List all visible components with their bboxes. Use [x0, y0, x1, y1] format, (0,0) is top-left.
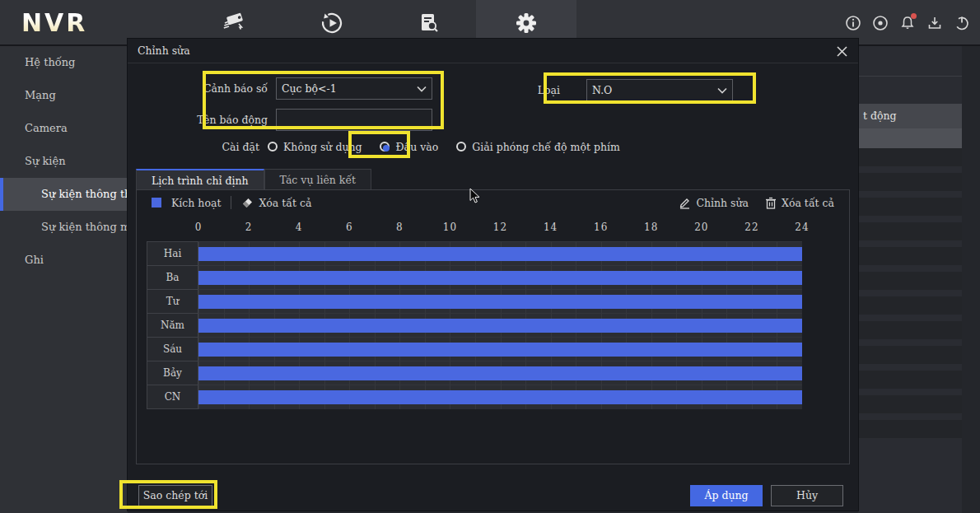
schedule-row: CN: [147, 385, 802, 409]
erase-all-button[interactable]: Xóa tất cả: [241, 197, 311, 209]
delete-all-button[interactable]: Xóa tất cả: [765, 197, 834, 209]
hour-tick-label: 16: [594, 222, 608, 233]
schedule-rows: HaiBaTưNămSáuBảyCN: [147, 241, 802, 409]
dialog-tabs: Lịch trình chỉ định Tác vụ liên kết: [136, 169, 371, 189]
active-legend-swatch: [152, 198, 161, 208]
hour-tick-label: 8: [396, 222, 404, 233]
radio-circle-icon[interactable]: [380, 142, 390, 152]
radio-option-label: Không sử dụng: [283, 141, 362, 153]
table-selected-row[interactable]: [858, 128, 962, 148]
copy-to-button[interactable]: Sao chép tới: [138, 485, 212, 506]
sidebar-item[interactable]: Camera: [0, 112, 128, 145]
apply-button[interactable]: Áp dụng: [690, 485, 763, 506]
schedule-bar[interactable]: [198, 271, 802, 285]
sidebar-item[interactable]: Sự kiện thông thường: [0, 178, 128, 211]
sidebar-item[interactable]: Ghi: [0, 244, 128, 277]
playback-icon: [319, 10, 345, 36]
chevron-down-icon: [717, 87, 727, 94]
panel-gutter: [962, 46, 980, 513]
alarm-number-label: Cảnh báo số: [177, 77, 268, 100]
day-label: Hai: [147, 241, 198, 266]
sidebar-item[interactable]: Mạng: [0, 79, 128, 112]
hour-tick-label: 2: [245, 222, 253, 233]
alarm-name-input[interactable]: [276, 109, 432, 131]
schedule-track[interactable]: [198, 241, 802, 266]
table-row: [858, 222, 962, 240]
schedule-toolbar: Kích hoạt Xóa tất cả: [137, 190, 849, 215]
table-row: [858, 395, 962, 413]
schedule-track[interactable]: [198, 361, 802, 385]
schedule-bar[interactable]: [198, 295, 802, 309]
schedule-track[interactable]: [198, 337, 802, 361]
active-legend-label: Kích hoạt: [171, 197, 221, 209]
table-header: t động: [858, 104, 962, 128]
schedule-row: Hai: [147, 242, 802, 266]
schedule-track[interactable]: [198, 313, 802, 338]
hour-tick-label: 12: [493, 222, 507, 233]
setting-radio-group: Không sử dụngĐầu vàoGiải phóng chế độ mộ…: [268, 134, 620, 159]
schedule-bar[interactable]: [198, 390, 802, 404]
tab-schedule[interactable]: Lịch trình chỉ định: [136, 169, 264, 189]
schedule-row: Tư: [147, 290, 802, 314]
schedule-track[interactable]: [198, 289, 802, 314]
table-row: [858, 272, 962, 290]
schedule-bar[interactable]: [198, 366, 802, 380]
sidebar-item-label: Sự kiện: [25, 155, 66, 167]
sidebar-item-label: Hệ thống: [25, 56, 75, 68]
info-icon[interactable]: [843, 13, 863, 33]
day-label: CN: [147, 385, 198, 409]
record-icon[interactable]: [870, 13, 890, 33]
sidebar-item-label: Ghi: [25, 254, 44, 266]
edit-schedule-button[interactable]: Chỉnh sửa: [679, 197, 749, 209]
schedule-panel: Kích hoạt Xóa tất cả: [136, 189, 850, 464]
table-row: [858, 198, 962, 216]
sidebar-item-label: Camera: [25, 122, 68, 134]
sidebar-item-label: Sự kiện thông minh: [41, 221, 128, 233]
tab-linked-tasks[interactable]: Tác vụ liên kết: [264, 169, 372, 189]
setting-label: Cài đặt: [194, 136, 259, 158]
day-label: Ba: [147, 265, 198, 290]
delete-all-label: Xóa tất cả: [782, 197, 834, 209]
radio-circle-icon[interactable]: [456, 142, 466, 152]
gear-icon: [513, 10, 539, 36]
nvr-app: NVR: [0, 0, 980, 513]
schedule-bar[interactable]: [198, 319, 802, 333]
sidebar-item[interactable]: Sự kiện thông minh: [0, 211, 128, 244]
download-icon[interactable]: [925, 13, 945, 33]
hour-tick-label: 24: [795, 222, 809, 233]
radio-option[interactable]: Đầu vào: [380, 141, 438, 153]
cctv-camera-icon: [221, 9, 249, 37]
alarm-number-value: Cục bộ<-1: [282, 82, 417, 95]
background-content-panel: t động: [858, 46, 980, 513]
alarm-bell-icon[interactable]: [898, 13, 917, 33]
radio-option[interactable]: Không sử dụng: [268, 141, 362, 153]
cancel-button[interactable]: Hủy: [771, 485, 843, 506]
sidebar-item[interactable]: Hệ thống: [0, 46, 128, 79]
alarm-name-label: Tên báo động: [169, 109, 268, 131]
schedule-row: Sáu: [147, 338, 802, 361]
type-select[interactable]: N.O: [586, 79, 733, 101]
sidebar-item[interactable]: Sự kiện: [0, 145, 128, 178]
table-row: [858, 321, 962, 339]
schedule-track[interactable]: [198, 265, 802, 290]
background-table: t động: [858, 104, 962, 445]
radio-option[interactable]: Giải phóng chế độ một phím: [456, 141, 620, 153]
edit-dialog: Chỉnh sửa Cảnh báo số Cục bộ<-1 Loại N.O…: [128, 39, 858, 511]
sidebar: Hệ thốngMạngCameraSự kiệnSự kiện thông t…: [0, 46, 128, 513]
hour-tick-label: 22: [744, 222, 758, 233]
eraser-icon: [241, 197, 254, 209]
schedule-bar[interactable]: [198, 343, 802, 357]
search-document-icon: [415, 10, 441, 36]
hour-tick-label: 18: [644, 222, 658, 233]
schedule-bar[interactable]: [198, 247, 802, 261]
hour-tick-label: 20: [694, 222, 708, 233]
alarm-number-select[interactable]: Cục bộ<-1: [276, 77, 432, 100]
schedule-row: Năm: [147, 314, 802, 338]
type-label: Loại: [523, 79, 560, 101]
radio-circle-icon[interactable]: [268, 142, 278, 152]
schedule-track[interactable]: [198, 385, 802, 409]
pencil-icon: [679, 197, 691, 209]
power-icon[interactable]: [952, 13, 972, 33]
close-icon[interactable]: [832, 41, 852, 61]
radio-option-label: Đầu vào: [395, 141, 438, 153]
